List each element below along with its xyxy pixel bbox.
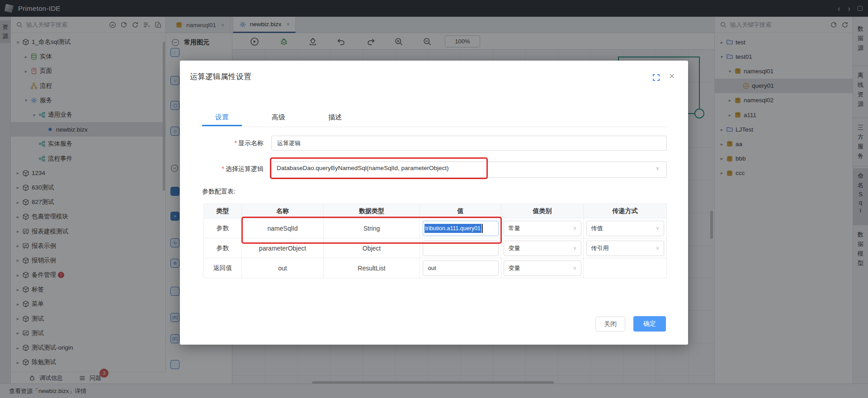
dialog-tab-设置[interactable]: 设置 <box>202 109 242 126</box>
dialog-title: 运算逻辑属性设置 <box>190 71 251 82</box>
logic-select-label: *选择运算逻辑 <box>180 165 264 173</box>
param-name-cell: nameSqlId <box>242 218 324 238</box>
logic-properties-dialog: 运算逻辑属性设置 × 设置高级描述 *显示名称 *选择运算逻辑 Database… <box>180 61 688 345</box>
param-name-cell: parameterObject <box>242 238 324 258</box>
param-category-select[interactable]: 变量∨ <box>504 241 581 256</box>
param-type-cell: 参数 <box>204 218 242 238</box>
param-pass-select[interactable]: 传值∨ <box>586 221 664 236</box>
param-table: 类型名称数据类型值值类别传递方式参数nameSqlIdStringtributi… <box>203 204 667 278</box>
param-pass-cell <box>584 258 667 278</box>
chevron-down-icon: ∨ <box>573 225 576 231</box>
logic-select-value: DatabaseDao.queryByNamedSql(nameSqlId, p… <box>277 165 448 171</box>
param-value-input[interactable]: tribution.a111.query01 <box>423 221 499 236</box>
column-header-5: 传递方式 <box>584 204 667 218</box>
select-value: 传值 <box>591 224 603 232</box>
column-header-4: 值类别 <box>501 204 584 218</box>
fullscreen-icon[interactable] <box>653 74 660 81</box>
text-cursor <box>482 224 483 233</box>
param-type-cell: 参数 <box>204 238 242 258</box>
chevron-down-icon: ∨ <box>573 265 576 271</box>
param-pass-select[interactable]: 传引用∨ <box>586 241 664 256</box>
dialog-tab-高级[interactable]: 高级 <box>259 109 298 126</box>
display-name-input[interactable] <box>271 136 667 151</box>
chevron-down-icon: ∨ <box>656 165 660 171</box>
select-value: 传引用 <box>591 244 609 252</box>
display-name-label: *显示名称 <box>180 139 264 147</box>
param-value-text: out <box>425 265 436 271</box>
chevron-down-icon: ∨ <box>656 245 659 251</box>
confirm-button[interactable]: 确定 <box>633 316 666 332</box>
param-category-cell: 常量∨ <box>501 218 584 238</box>
param-category-select[interactable]: 常量∨ <box>504 221 581 236</box>
param-value-cell: tribution.a111.query01 <box>420 218 501 238</box>
select-value: 变量 <box>509 244 520 252</box>
param-row-parameterObject: 参数parameterObjectObject变量∨传引用∨ <box>204 238 667 258</box>
tab-divider <box>202 127 668 127</box>
param-value-cell <box>420 238 501 258</box>
param-value-cell: out <box>420 258 501 278</box>
chevron-down-icon: ∨ <box>656 225 659 231</box>
param-row-out: 返回值outResultListout变量∨ <box>204 258 667 278</box>
selected-text: tribution.a111.query01 <box>425 224 482 233</box>
select-value: 变量 <box>509 264 520 272</box>
param-name-cell: out <box>242 258 324 278</box>
param-value-input[interactable]: out <box>423 261 499 276</box>
param-datatype-cell: ResultList <box>324 258 420 278</box>
chevron-down-icon: ∨ <box>573 245 576 251</box>
param-category-select[interactable]: 变量∨ <box>504 261 581 276</box>
column-header-2: 数据类型 <box>324 204 420 218</box>
param-row-nameSqlId: 参数nameSqlIdStringtribution.a111.query01常… <box>204 218 667 238</box>
dialog-tab-描述[interactable]: 描述 <box>315 109 355 126</box>
select-value: 常量 <box>509 224 520 232</box>
param-datatype-cell: Object <box>324 238 420 258</box>
column-header-1: 名称 <box>242 204 324 218</box>
param-category-cell: 变量∨ <box>501 238 584 258</box>
close-button[interactable]: 关闭 <box>595 317 625 332</box>
param-table-label: 参数配置表: <box>202 188 236 196</box>
param-datatype-cell: String <box>324 218 420 238</box>
param-pass-cell: 传引用∨ <box>584 238 667 258</box>
param-category-cell: 变量∨ <box>501 258 584 278</box>
close-icon[interactable]: × <box>669 71 675 81</box>
column-header-0: 类型 <box>204 204 242 218</box>
param-type-cell: 返回值 <box>204 258 242 278</box>
param-pass-cell: 传值∨ <box>584 218 667 238</box>
param-value-input[interactable] <box>423 241 499 256</box>
column-header-3: 值 <box>420 204 501 218</box>
